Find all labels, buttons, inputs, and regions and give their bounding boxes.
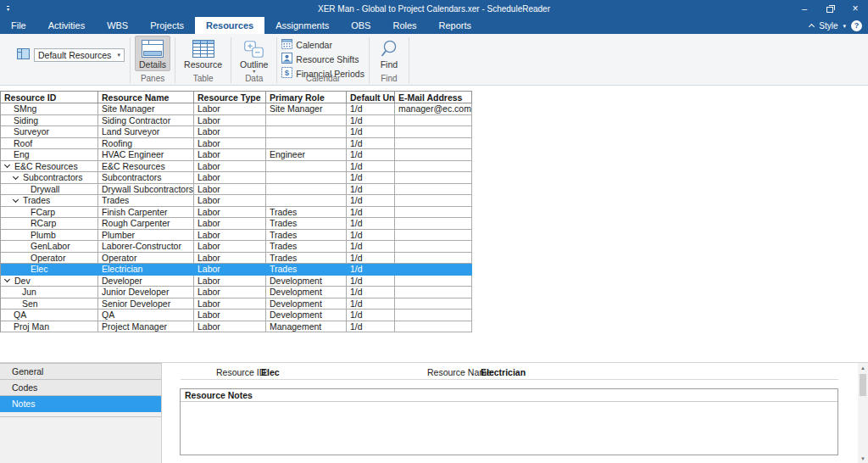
- table-cell: Labor: [194, 276, 266, 287]
- tab-resources[interactable]: Resources: [195, 17, 264, 34]
- table-cell: 1/d: [347, 172, 395, 184]
- table-cell: [266, 195, 347, 207]
- table-cell: Labor: [194, 310, 266, 321]
- table-cell: [395, 207, 472, 219]
- table-cell: [395, 195, 472, 207]
- table-row[interactable]: QAQALaborDevelopment1/d: [0, 310, 472, 321]
- group-separator: [409, 37, 409, 83]
- tab-obs[interactable]: OBS: [340, 17, 381, 34]
- calendar-button[interactable]: Calendar: [281, 37, 364, 52]
- details-tab-notes[interactable]: Notes: [0, 396, 161, 412]
- table-cell: Development: [266, 310, 347, 321]
- column-header-primary-role[interactable]: Primary Role: [266, 92, 347, 103]
- view-selector-dropdown[interactable]: Default Resources ▾: [34, 48, 125, 62]
- outline-button[interactable]: Outline ▾: [236, 36, 272, 75]
- table-cell: [266, 126, 347, 138]
- table-cell: Trades: [266, 207, 347, 219]
- table-row[interactable]: DrywallDrywall SubcontractorsLabor1/d: [0, 184, 472, 196]
- table-cell: 1/d: [347, 103, 395, 115]
- quick-access-menu-icon[interactable]: ▾: [7, 6, 9, 12]
- style-menu-button[interactable]: Style: [819, 21, 837, 31]
- view-layout-icon: [17, 47, 30, 63]
- column-header-resource-name[interactable]: Resource Name: [98, 92, 194, 103]
- table-row[interactable]: DevDeveloperLaborDevelopment1/d: [0, 276, 472, 287]
- table-row[interactable]: E&C ResourcesE&C ResourcesLabor1/d: [0, 161, 472, 173]
- table-row[interactable]: Proj ManProject ManagerLaborManagement1/…: [0, 321, 472, 333]
- table-row[interactable]: TradesTradesLabor1/d: [0, 195, 472, 207]
- table-cell: Finish Carpenter: [98, 207, 194, 219]
- table-row[interactable]: RCarpRough CarpenterLaborTrades1/d: [0, 218, 472, 230]
- column-header-default-units[interactable]: Default Units...: [347, 92, 395, 103]
- scroll-thumb[interactable]: [860, 374, 866, 396]
- tab-file[interactable]: File: [0, 17, 37, 34]
- table-row[interactable]: SidingSiding ContractorLabor1/d: [0, 115, 472, 127]
- details-tab-codes[interactable]: Codes: [0, 380, 161, 396]
- table-cell: Labor: [194, 172, 266, 184]
- table-row[interactable]: SenSenior DeveloperLaborDevelopment1/d: [0, 298, 472, 310]
- table-row[interactable]: PlumbPlumberLaborTrades1/d: [0, 230, 472, 242]
- table-cell: SMng: [1, 103, 98, 115]
- resource-id-text: Eng: [14, 149, 30, 159]
- table-row[interactable]: EngHVAC EngineerLaborEngineer1/d: [0, 149, 472, 161]
- resource-shifts-button[interactable]: Resource Shifts: [281, 52, 364, 66]
- table-cell: Eng: [1, 149, 98, 161]
- calendar-icon: [281, 38, 292, 51]
- tab-reports[interactable]: Reports: [428, 17, 483, 34]
- table-cell: [395, 172, 472, 184]
- resource-button[interactable]: Resource: [180, 36, 226, 71]
- table-cell: E&C Resources: [98, 161, 194, 173]
- table-cell: Developer: [98, 276, 194, 287]
- table-cell: Labor: [194, 218, 266, 230]
- restore-button[interactable]: [817, 0, 843, 17]
- expand-chevron-icon[interactable]: [13, 197, 19, 203]
- table-cell: Labor: [194, 287, 266, 298]
- tab-assignments[interactable]: Assignments: [264, 17, 340, 34]
- resource-id-text: RCarp: [31, 218, 56, 228]
- tab-wbs[interactable]: WBS: [96, 17, 139, 34]
- table-cell: Management: [266, 321, 347, 333]
- table-row[interactable]: SubcontractorsSubcontractorsLabor1/d: [0, 172, 472, 184]
- close-button[interactable]: ×: [843, 0, 868, 17]
- minimize-button[interactable]: –: [792, 0, 817, 17]
- table-row[interactable]: JunJunior DeveloperLaborDevelopment1/d: [0, 287, 472, 298]
- details-tab-general[interactable]: General: [0, 363, 161, 380]
- expand-chevron-icon[interactable]: [13, 174, 19, 180]
- collapse-ribbon-icon[interactable]: [809, 23, 815, 29]
- find-button[interactable]: Find: [374, 36, 404, 71]
- table-row[interactable]: GenLaborLaborer-ConstructorLaborTrades1/…: [0, 241, 472, 253]
- resource-table-icon: [192, 39, 214, 59]
- table-cell: Labor: [194, 149, 266, 161]
- table-cell: Surveyor: [1, 126, 98, 138]
- table-cell: [395, 218, 472, 230]
- table-cell: [266, 172, 347, 184]
- column-header-resource-id[interactable]: Resource ID: [1, 92, 98, 103]
- resource-id-text: Roof: [14, 138, 32, 148]
- details-button[interactable]: Details: [135, 36, 170, 71]
- table-row[interactable]: RoofRoofingLabor1/d: [0, 138, 472, 150]
- scroll-down-icon[interactable]: ▼: [860, 454, 865, 463]
- scroll-up-icon[interactable]: ▲: [860, 363, 865, 372]
- column-header-resource-type[interactable]: Resource Type: [194, 92, 266, 103]
- resource-notes-content[interactable]: [181, 402, 837, 455]
- style-dropdown-icon[interactable]: ▾: [843, 23, 846, 29]
- table-cell: Labor: [194, 207, 266, 219]
- table-cell: [395, 298, 472, 310]
- expand-chevron-icon[interactable]: [4, 162, 10, 168]
- find-button-label: Find: [381, 59, 398, 70]
- table-cell: Senior Developer: [98, 298, 194, 310]
- tab-roles[interactable]: Roles: [381, 17, 427, 34]
- details-panel: General Codes Notes Resource ID: Elec Re…: [0, 362, 868, 463]
- tab-projects[interactable]: Projects: [139, 17, 195, 34]
- vertical-scrollbar[interactable]: ▲ ▼: [858, 363, 868, 463]
- table-row[interactable]: OperatorOperatorLaborTrades1/d: [0, 253, 472, 265]
- tab-activities[interactable]: Activities: [37, 17, 96, 34]
- table-row[interactable]: SMngSite ManagerLaborSite Manager1/dmana…: [0, 103, 472, 115]
- help-icon[interactable]: ?: [851, 20, 862, 31]
- table-cell: Jun: [1, 287, 98, 298]
- table-row[interactable]: FCarpFinish CarpenterLaborTrades1/d: [0, 207, 472, 219]
- column-header-email-address[interactable]: E-Mail Address: [395, 92, 472, 103]
- expand-chevron-icon[interactable]: [4, 276, 10, 282]
- table-row[interactable]: SurveyorLand SurveyorLabor1/d: [0, 126, 472, 138]
- group-label-panes: Panes: [131, 74, 175, 83]
- table-row[interactable]: ElecElectricianLaborTrades1/d: [0, 264, 472, 276]
